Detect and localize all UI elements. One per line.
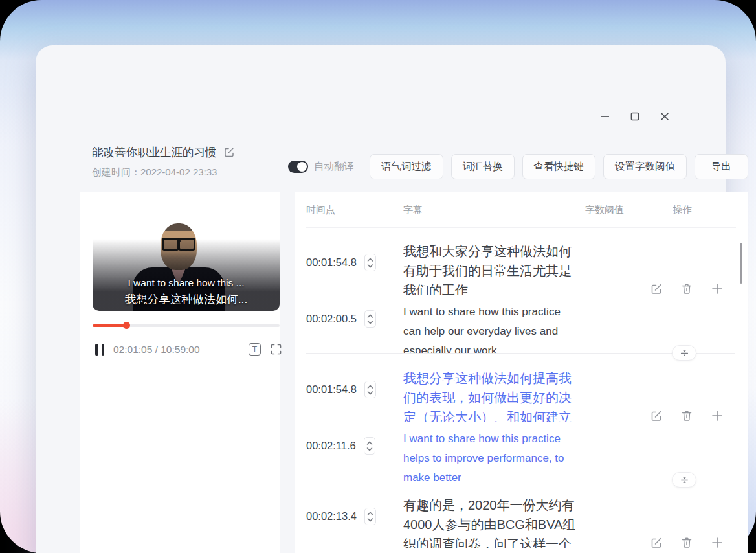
app-window: 能改善你职业生涯的习惯 创建时间：2022-04-02 23:33 自动翻译 语… xyxy=(36,45,726,553)
maximize-button[interactable] xyxy=(628,110,641,123)
delete-row-icon[interactable] xyxy=(680,536,693,549)
col-subtitle: 字幕 xyxy=(403,204,423,216)
subtitle-group: 00:01:54.8 我想和大家分享这种做法如何有助于我们的日常生活尤其是我们的… xyxy=(295,238,748,365)
video-preview[interactable]: I want to share how this ... 我想分享这种做法如何.… xyxy=(93,205,280,311)
vocabulary-replace-button[interactable]: 词汇替换 xyxy=(451,154,515,179)
subtitle-text-cn[interactable]: 我想和大家分享这种做法如何有助于我们的日常生活尤其是我们的工作 xyxy=(403,242,577,295)
delete-row-icon[interactable] xyxy=(680,282,693,295)
time-stepper[interactable] xyxy=(364,254,376,271)
edit-title-icon[interactable] xyxy=(223,146,235,158)
timestamp: 00:01:54.8 xyxy=(306,256,357,269)
time-stepper[interactable] xyxy=(364,437,375,455)
time-stepper[interactable] xyxy=(364,508,376,525)
subtitle-text-en[interactable]: I want to share how this practice can he… xyxy=(403,302,577,354)
timestamp: 00:02:00.5 xyxy=(306,313,357,325)
subtitle-group: 00:01:54.8 我想分享这种做法如何提高我们的表现，如何做出更好的决定（无… xyxy=(295,365,748,491)
seek-bar[interactable] xyxy=(93,322,280,330)
subtitle-text-en[interactable]: I want to share how this practice helps … xyxy=(403,429,577,481)
subtitle-style-button[interactable]: T xyxy=(249,343,261,356)
set-char-threshold-button[interactable]: 设置字数阈值 xyxy=(603,154,687,179)
add-row-icon[interactable] xyxy=(710,409,724,422)
created-time-label: 创建时间：2022-04-02 23:33 xyxy=(92,166,217,179)
edit-row-icon[interactable] xyxy=(649,282,663,295)
group-divider xyxy=(306,353,735,354)
timestamp: 00:02:11.6 xyxy=(306,440,356,452)
window-controls xyxy=(599,110,671,123)
col-actions: 操作 xyxy=(673,204,692,216)
playback-time: 02:01:05 / 10:59:00 xyxy=(113,344,200,356)
minimize-button[interactable] xyxy=(599,110,612,123)
edit-row-icon[interactable] xyxy=(649,409,663,422)
time-stepper[interactable] xyxy=(364,381,376,398)
col-timepoint: 时间点 xyxy=(306,204,335,216)
add-row-icon[interactable] xyxy=(710,536,724,549)
delete-row-icon[interactable] xyxy=(680,409,693,422)
merge-subtitles-button[interactable] xyxy=(672,472,696,488)
player-panel: I want to share how this ... 我想分享这种做法如何.… xyxy=(80,192,280,553)
auto-translate-toggle[interactable] xyxy=(288,161,308,173)
pause-button[interactable] xyxy=(95,344,104,356)
time-stepper[interactable] xyxy=(364,310,376,328)
add-row-icon[interactable] xyxy=(710,282,724,295)
filler-words-filter-button[interactable]: 语气词过滤 xyxy=(370,154,443,179)
col-char-threshold: 字数阈值 xyxy=(585,204,624,216)
view-shortcuts-button[interactable]: 查看快捷键 xyxy=(522,154,596,179)
overlay-subtitle-en: I want to share how this ... xyxy=(93,277,280,289)
seek-bar-fill xyxy=(93,324,126,327)
project-title: 能改善你职业生涯的习惯 xyxy=(92,144,217,160)
timestamp: 00:01:54.8 xyxy=(306,383,357,396)
subtitle-group: 00:02:13.4 有趣的是，2020年一份大约有4000人参与的由BCG和B… xyxy=(295,491,748,553)
edit-row-icon[interactable] xyxy=(649,536,663,549)
overlay-subtitle-cn: 我想分享这种做法如何... xyxy=(93,291,280,307)
subtitle-text-cn[interactable]: 我想分享这种做法如何提高我们的表现，如何做出更好的决定（无论大小）、和如何建立 xyxy=(403,368,577,422)
subtitle-text-cn[interactable]: 有趣的是，2020年一份大约有4000人参与的由BCG和BVA组织的调查问卷，问… xyxy=(403,495,577,548)
subtitle-groups: 00:01:54.8 我想和大家分享这种做法如何有助于我们的日常生活尤其是我们的… xyxy=(295,238,748,553)
toggle-knob xyxy=(297,162,307,172)
table-scrollbar[interactable] xyxy=(740,243,742,284)
close-button[interactable] xyxy=(658,110,671,123)
auto-translate-label: 自动翻译 xyxy=(314,160,354,174)
fullscreen-button[interactable] xyxy=(270,343,282,356)
timestamp: 00:02:13.4 xyxy=(306,510,357,523)
export-button[interactable]: 导出 xyxy=(695,154,748,179)
merge-subtitles-button[interactable] xyxy=(672,345,696,361)
seek-bar-knob[interactable] xyxy=(123,322,130,329)
toolbar: 语气词过滤 词汇替换 查看快捷键 设置字数阈值 导出 xyxy=(370,154,748,179)
subtitle-table-panel: 时间点 字幕 字数阈值 操作 00:01:54.8 我想和大家分享这种做法如何有… xyxy=(295,192,748,553)
group-divider xyxy=(306,480,735,480)
